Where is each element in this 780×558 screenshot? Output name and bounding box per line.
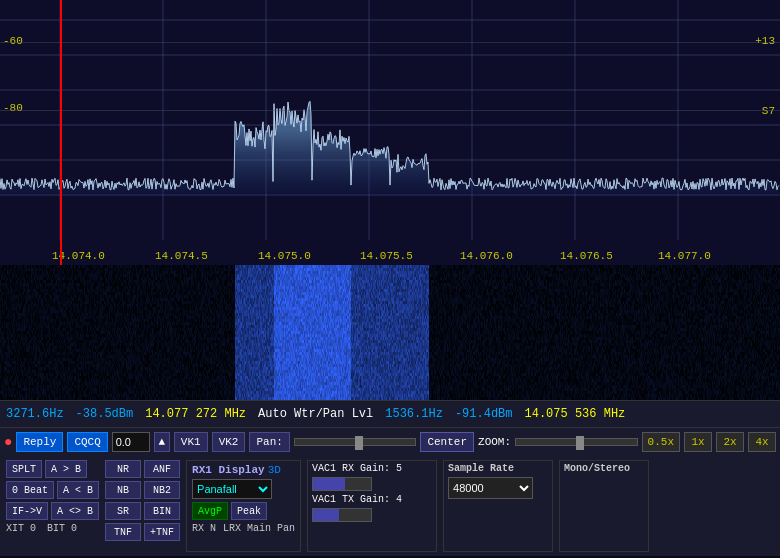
spectrum-canvas — [0, 0, 780, 265]
status-bar: 3271.6Hz -38.5dBm 14.077 272 MHz Auto Wt… — [0, 400, 780, 428]
spinbox-input[interactable] — [112, 432, 150, 452]
status-freq3: 1536.1Hz — [385, 407, 443, 421]
vac1-tx-row: VAC1 TX Gain: 4 — [312, 494, 432, 505]
waterfall-canvas — [0, 265, 780, 400]
vac1-rx-slider-row — [312, 477, 432, 491]
db-label-60: -60 — [3, 35, 23, 47]
cqcq-button[interactable]: CQCQ — [67, 432, 107, 452]
a-b2-button[interactable]: A < B — [57, 481, 99, 499]
status-freq1: 3271.6Hz — [6, 407, 64, 421]
freq-label-2: 14.075.0 — [258, 250, 311, 262]
rx1-title: RX1 Display — [192, 464, 265, 476]
vac1-tx-slider-row — [312, 508, 432, 522]
freq-label-5: 14.076.5 — [560, 250, 613, 262]
row-ifv: IF->V A <> B — [6, 502, 99, 520]
bin-button[interactable]: BIN — [144, 502, 180, 520]
vac1-rx-slider[interactable] — [312, 477, 372, 491]
zoom-slider-thumb — [576, 436, 584, 450]
avgp-button[interactable]: AvgP — [192, 502, 228, 520]
freq-label-3: 14.075.5 — [360, 250, 413, 262]
mid-ctrl-group: NR ANF NB NB2 SR BIN TNF +TNF — [105, 460, 180, 552]
rx-n-label: RX N — [192, 523, 216, 534]
rx1-display-section: RX1 Display 3D Panafall Panadapter Water… — [186, 460, 301, 552]
zoom-05-button[interactable]: 0.5x — [642, 432, 680, 452]
xit-label: XIT 0 — [6, 523, 36, 534]
row-sr: SR BIN — [105, 502, 180, 520]
pan-slider[interactable] — [294, 438, 417, 446]
plus-tnf-button[interactable]: +TNF — [144, 523, 180, 541]
frequency-marker — [60, 0, 62, 265]
tnf-button[interactable]: TNF — [105, 523, 141, 541]
status-db1: -38.5dBm — [76, 407, 134, 421]
sample-rate-title: Sample Rate — [448, 463, 548, 474]
status-freq2: 14.077 272 MHz — [145, 407, 246, 421]
db-label-80: -80 — [3, 102, 23, 114]
rx1-3d-label: 3D — [268, 464, 281, 476]
vac1-rx-row: VAC1 RX Gain: 5 — [312, 463, 432, 474]
nb-button[interactable]: NB — [105, 481, 141, 499]
rx1-title-row: RX1 Display 3D — [192, 464, 295, 476]
pan-button[interactable]: Pan: — [249, 432, 289, 452]
avgp-peak-row: AvgP Peak — [192, 502, 295, 520]
vk2-button[interactable]: VK2 — [212, 432, 246, 452]
anf-button[interactable]: ANF — [144, 460, 180, 478]
panadfall-select[interactable]: Panafall Panadapter Waterfall — [192, 479, 272, 499]
grid-line-60 — [0, 42, 780, 43]
zoom-label: ZOOM: — [478, 436, 511, 448]
zoom-2-button[interactable]: 2x — [716, 432, 744, 452]
status-freq4: 14.075 536 MHz — [524, 407, 625, 421]
row-xit: XIT 0 BIT 0 — [6, 523, 99, 534]
a-b3-button[interactable]: A <> B — [51, 502, 99, 520]
row-nb: NB NB2 — [105, 481, 180, 499]
record-icon: ● — [4, 434, 12, 450]
peak-button[interactable]: Peak — [231, 502, 267, 520]
sample-rate-select[interactable]: 48000 96000 192000 — [448, 477, 533, 499]
zoom-slider[interactable] — [515, 438, 638, 446]
bottom-controls: SPLT A > B 0 Beat A < B IF->V A <> B XIT… — [0, 456, 780, 556]
zoom-4-button[interactable]: 4x — [748, 432, 776, 452]
sr-button[interactable]: SR — [105, 502, 141, 520]
freq-label-6: 14.077.0 — [658, 250, 711, 262]
spinbox-up[interactable]: ▲ — [154, 432, 170, 452]
a-b-button[interactable]: A > B — [45, 460, 87, 478]
sample-rate-section: Sample Rate 48000 96000 192000 — [443, 460, 553, 552]
left-ctrl-group: SPLT A > B 0 Beat A < B IF->V A <> B XIT… — [6, 460, 99, 552]
vac1-tx-slider-fill — [313, 509, 339, 521]
mono-stereo-title: Mono/Stereo — [564, 463, 644, 474]
zoom-1-button[interactable]: 1x — [684, 432, 712, 452]
row-tnf: TNF +TNF — [105, 523, 180, 541]
if-v-button[interactable]: IF->V — [6, 502, 48, 520]
plus13-label: +13 — [755, 35, 775, 47]
vk1-button[interactable]: VK1 — [174, 432, 208, 452]
center-button[interactable]: Center — [420, 432, 474, 452]
nr-button[interactable]: NR — [105, 460, 141, 478]
vac1-tx-slider[interactable] — [312, 508, 372, 522]
vac1-rx-label: VAC1 RX Gain: 5 — [312, 463, 402, 474]
status-db2: -91.4dBm — [455, 407, 513, 421]
pan-slider-thumb — [355, 436, 363, 450]
controls-bar: ● Reply CQCQ ▲ VK1 VK2 Pan: Center ZOOM:… — [0, 428, 780, 456]
vac-section: VAC1 RX Gain: 5 VAC1 TX Gain: 4 — [307, 460, 437, 552]
zero-beat-button[interactable]: 0 Beat — [6, 481, 54, 499]
reply-button[interactable]: Reply — [16, 432, 63, 452]
row-zerobeat: 0 Beat A < B — [6, 481, 99, 499]
vac1-rx-slider-fill — [313, 478, 345, 490]
lrx-pan-label: LRX Main Pan — [223, 523, 295, 534]
grid-line-80 — [0, 110, 780, 111]
rx-n-row: RX N LRX Main Pan — [192, 523, 295, 534]
freq-label-1: 14.074.5 — [155, 250, 208, 262]
row-splt: SPLT A > B — [6, 460, 99, 478]
spectrum-display: -60 -80 S7 +13 14.074.0 14.074.5 14.075.… — [0, 0, 780, 265]
mono-stereo-section: Mono/Stereo — [559, 460, 649, 552]
row-nr: NR ANF — [105, 460, 180, 478]
status-mode: Auto Wtr/Pan Lvl — [258, 407, 373, 421]
waterfall-display — [0, 265, 780, 400]
freq-label-4: 14.076.0 — [460, 250, 513, 262]
splt-button[interactable]: SPLT — [6, 460, 42, 478]
s-label: S7 — [762, 105, 775, 117]
nb2-button[interactable]: NB2 — [144, 481, 180, 499]
vac1-tx-label: VAC1 TX Gain: 4 — [312, 494, 402, 505]
bit-label: BIT 0 — [47, 523, 77, 534]
